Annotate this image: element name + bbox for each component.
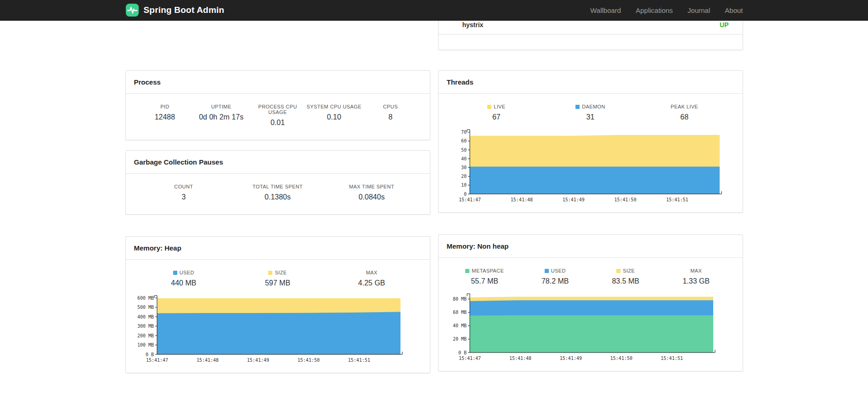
threads-card-title: Threads [447,78,734,86]
metric-system-cpu: SYSTEM CPU USAGE 0.10 [306,104,362,127]
metric-system-cpu-label: SYSTEM CPU USAGE [307,104,361,109]
metric-heap-size-label: SIZE [275,270,287,275]
process-card-header: Process [126,71,430,94]
svg-text:100 MB: 100 MB [137,342,153,347]
metric-system-cpu-value: 0.10 [306,113,362,121]
svg-text:15:41:49: 15:41:49 [247,358,269,363]
gc-card: Garbage Collection Pauses COUNT 3 TOTAL … [125,150,430,215]
metric-nonheap-used-label: USED [551,268,566,273]
metric-gc-max-time-value: 0.0840s [325,193,419,201]
metric-cpus: CPUS 8 [362,104,419,127]
nonheap-used-swatch [545,269,549,273]
threads-chart: 01020304050607015:41:4715:41:4815:41:491… [443,126,725,204]
metric-process-cpu: PROCESS CPU USAGE 0.01 [249,104,306,127]
threads-metrics: LIVE 67 DAEMON 31 PEAK LIVE 68 [439,94,743,123]
metric-threads-live-label: LIVE [494,104,505,109]
metric-gc-total-time-value: 0.1380s [231,193,325,201]
metric-threads-peak: PEAK LIVE 68 [637,104,732,121]
svg-text:15:41:47: 15:41:47 [458,356,480,361]
svg-text:400 MB: 400 MB [137,314,153,319]
metric-heap-max-value: 4.25 GB [325,279,419,287]
svg-text:15:41:50: 15:41:50 [614,197,636,202]
svg-text:15:41:47: 15:41:47 [458,197,480,202]
metric-threads-daemon-label: DAEMON [582,104,605,109]
svg-text:70: 70 [461,130,466,135]
metric-heap-used-value: 440 MB [137,279,231,287]
svg-text:0 B: 0 B [145,352,153,357]
svg-text:200 MB: 200 MB [137,333,153,338]
navbar: Spring Boot Admin Wallboard Applications… [0,0,868,21]
memory-heap-chart-wrap: 0 B100 MB200 MB300 MB400 MB500 MB600 MB1… [126,289,430,373]
threads-card: Threads LIVE 67 DAEMON 31 [438,70,743,213]
brand-title: Spring Boot Admin [144,5,225,15]
nav-item-about[interactable]: About [725,6,743,14]
metric-process-cpu-value: 0.01 [249,119,306,127]
dashboard-content: Process PID 12488 UPTIME 0d 0h 2m 17s PR… [125,21,743,405]
memory-heap-card: Memory: Heap USED 440 MB SIZE 597 MB [125,236,430,373]
threads-card-header: Threads [439,71,743,94]
metric-metaspace-label: METASPACE [472,268,504,273]
metric-heap-max-label: MAX [366,270,378,275]
svg-text:15:41:49: 15:41:49 [559,356,581,361]
metric-process-cpu-label: PROCESS CPU USAGE [249,104,306,115]
nav-item-applications[interactable]: Applications [636,6,673,14]
right-column: hystrix UP Threads LIVE 67 [438,21,743,373]
threads-chart-wrap: 01020304050607015:41:4715:41:4815:41:491… [439,123,743,212]
nonheap-metrics: METASPACE 55.7 MB USED 78.2 MB SIZE [439,258,743,287]
metric-heap-max: MAX 4.25 GB [325,270,419,287]
svg-text:500 MB: 500 MB [137,305,153,310]
svg-text:80 MB: 80 MB [452,296,466,302]
brand-link[interactable]: Spring Boot Admin [125,3,225,17]
threads-daemon-swatch [575,105,580,109]
metric-heap-size-value: 597 MB [231,279,325,287]
metaspace-swatch [465,269,469,273]
svg-text:15:41:51: 15:41:51 [348,358,370,363]
process-metrics: PID 12488 UPTIME 0d 0h 2m 17s PROCESS CP… [126,94,430,140]
application-status-badge: UP [720,21,728,28]
svg-text:300 MB: 300 MB [137,324,153,329]
metric-gc-count: COUNT 3 [137,184,231,201]
svg-text:30: 30 [461,165,466,170]
metric-nonheap-size-value: 83.5 MB [591,277,661,285]
metric-nonheap-size: SIZE 83.5 MB [591,268,661,285]
metric-gc-count-value: 3 [137,193,231,201]
metric-nonheap-max-value: 1.33 GB [661,277,732,285]
heap-metrics: USED 440 MB SIZE 597 MB MAX 4.25 GB [126,260,430,289]
metric-nonheap-max: MAX 1.33 GB [661,268,732,285]
metric-nonheap-used-value: 78.2 MB [520,277,591,285]
metric-heap-used: USED 440 MB [137,270,231,287]
svg-text:60 MB: 60 MB [452,310,466,315]
metric-pid-value: 12488 [137,113,193,121]
process-card: Process PID 12488 UPTIME 0d 0h 2m 17s PR… [125,70,430,140]
svg-text:15:41:48: 15:41:48 [196,358,218,363]
memory-heap-card-title: Memory: Heap [134,244,422,252]
memory-heap-card-header: Memory: Heap [126,237,430,260]
memory-nonheap-chart: 0 B20 MB40 MB60 MB80 MB15:41:4715:41:481… [443,290,719,363]
nav-links: Wallboard Applications Journal About [575,6,743,14]
metric-gc-total-time-label: TOTAL TIME SPENT [253,184,303,189]
nonheap-size-swatch [616,269,620,273]
gc-card-header: Garbage Collection Pauses [126,151,430,174]
metric-heap-size: SIZE 597 MB [231,270,325,287]
svg-text:60: 60 [461,138,466,143]
metric-uptime-value: 0d 0h 2m 17s [193,113,249,121]
metric-gc-max-time: MAX TIME SPENT 0.0840s [325,184,419,201]
nav-item-journal[interactable]: Journal [688,6,710,14]
memory-nonheap-chart-wrap: 0 B20 MB40 MB60 MB80 MB15:41:4715:41:481… [439,287,743,371]
process-card-title: Process [134,78,422,86]
nav-item-wallboard[interactable]: Wallboard [590,6,621,14]
metric-heap-used-label: USED [180,270,194,275]
svg-text:10: 10 [461,182,466,188]
metric-gc-max-time-label: MAX TIME SPENT [349,184,394,189]
metric-gc-total-time: TOTAL TIME SPENT 0.1380s [231,184,325,201]
metric-cpus-value: 8 [362,113,419,121]
svg-text:15:41:49: 15:41:49 [562,197,584,202]
svg-text:15:41:50: 15:41:50 [610,356,632,361]
svg-text:0: 0 [463,192,466,197]
metric-nonheap-used: USED 78.2 MB [520,268,591,285]
application-row-hystrix[interactable]: hystrix UP [439,18,743,34]
application-name[interactable]: hystrix [462,21,484,28]
spring-boot-admin-logo-icon [125,3,139,17]
gc-metrics: COUNT 3 TOTAL TIME SPENT 0.1380s MAX TIM… [126,174,430,214]
metric-threads-daemon-value: 31 [543,113,637,121]
